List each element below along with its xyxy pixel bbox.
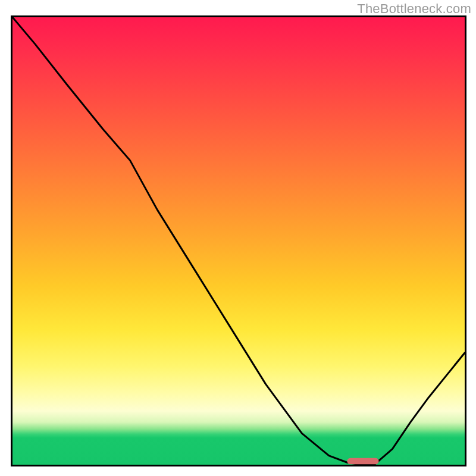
chart-container: TheBottleneck.com (0, 0, 476, 476)
bottleneck-curve (12, 17, 465, 465)
plot-area (11, 15, 466, 466)
watermark-text: TheBottleneck.com (357, 1, 471, 17)
curve-layer (12, 17, 465, 465)
optimal-range-marker (347, 458, 378, 465)
